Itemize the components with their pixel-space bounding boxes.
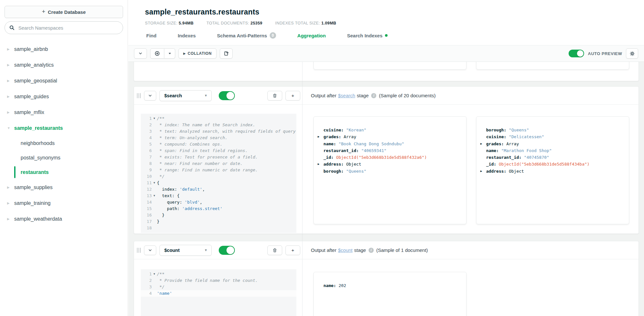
tab-indexes[interactable]: Indexes (178, 33, 196, 38)
field-key: _id: (486, 162, 499, 167)
code-text: * compound: Combines ops. (157, 141, 223, 148)
chevron-right-icon[interactable]: ▶ (7, 186, 14, 189)
tab-search-indexes[interactable]: Search Indexes (347, 33, 388, 38)
code-token: * term: Un-analyzed search. (157, 135, 227, 140)
code-text: } (157, 218, 159, 225)
fold-caret-icon[interactable]: ▼ (152, 193, 157, 199)
sidebar-item-sample_mflix[interactable]: ▶sample_mflix (0, 104, 128, 120)
export-pipeline-button[interactable] (220, 48, 233, 59)
expand-caret-icon[interactable]: ▶ (318, 161, 319, 168)
pipeline-settings-button[interactable] (626, 48, 638, 59)
code-token: 'blvd' (185, 200, 200, 205)
sidebar-item-sample_training[interactable]: ▶sample_training (0, 195, 128, 211)
field-value: "Book Chang Dong Sodndubu" (339, 141, 404, 146)
chevron-down-icon: ▼ (204, 248, 207, 252)
code-line: 14 query: 'blvd', (141, 199, 296, 206)
chevron-right-icon[interactable]: ▶ (7, 110, 14, 114)
sidebar-item-sample_restaurants[interactable]: ▼sample_restaurants (0, 120, 128, 136)
auto-preview-toggle[interactable] (569, 50, 584, 57)
add-stage-after-button[interactable]: + (285, 91, 300, 101)
save-pipeline-caret-button[interactable] (164, 48, 175, 59)
code-line: 16 } (141, 212, 296, 218)
code-line: 6 * span: Find in text field regions. (141, 148, 296, 154)
search-namespaces-input[interactable] (18, 25, 118, 31)
expand-caret-icon[interactable]: ▶ (480, 140, 482, 147)
stage-operator-select[interactable]: $search▼ (159, 90, 212, 101)
chevron-right-icon[interactable]: ▶ (7, 95, 14, 98)
toggle-knob (577, 50, 583, 57)
sidebar-item-sample_weatherdata[interactable]: ▶sample_weatherdata (0, 211, 128, 227)
stage-doc-link[interactable]: $search (338, 93, 355, 98)
collapse-stage-button[interactable] (144, 245, 156, 255)
add-stage-icon-button[interactable] (150, 48, 164, 59)
sidebar-item-sample_guides[interactable]: ▶sample_guides (0, 89, 128, 104)
chevron-right-icon[interactable]: ▶ (7, 201, 14, 205)
tab-find[interactable]: Find (146, 33, 157, 38)
fold-caret-icon[interactable]: ▼ (152, 180, 157, 186)
code-line: 8 * near: Find near number or date. (141, 160, 296, 167)
drag-handle-icon[interactable] (137, 248, 141, 253)
stage-output-pane: Output after$searchstagei(Sample of 20 d… (303, 87, 639, 234)
code-text: */ (157, 284, 164, 290)
sidebar-item-sample_airbnb[interactable]: ▶sample_airbnb (0, 41, 128, 57)
sidebar-item-restaurants[interactable]: restaurants (0, 165, 128, 179)
stage-code-editor[interactable]: 1▼/**2 * index: The name of the Search i… (141, 114, 296, 233)
collation-button[interactable]: ▶ COLLATION (178, 48, 216, 59)
add-stage-after-button[interactable]: + (285, 245, 300, 255)
sidebar-item-neighborhoods[interactable]: neighborhoods (0, 136, 128, 150)
field-value: "40659341" (361, 148, 386, 153)
code-token: * span: Find in text field regions. (157, 148, 248, 153)
sidebar: + Create Database ▶sample_airbnb▶sample_… (0, 0, 128, 316)
code-text: { (157, 180, 159, 186)
sidebar-item-sample_geospatial[interactable]: ▶sample_geospatial (0, 73, 128, 89)
field-value: Array (344, 134, 356, 139)
sidebar-item-postal_synonyms[interactable]: postal_synonyms (0, 150, 128, 165)
expand-caret-icon[interactable]: ▶ (318, 133, 319, 140)
document-field: ▶grades: Array (476, 140, 629, 147)
chevron-down-icon[interactable]: ▼ (7, 126, 14, 130)
chevron-right-icon[interactable]: ▶ (7, 63, 14, 67)
fold-caret-icon[interactable]: ▼ (152, 115, 157, 122)
chevron-right-icon[interactable]: ▶ (7, 217, 14, 221)
stage-enabled-toggle[interactable] (219, 91, 235, 100)
tab-schema-anti-patterns[interactable]: Schema Anti-Patterns0 (217, 32, 276, 39)
expand-caret-icon[interactable]: ▶ (480, 168, 482, 175)
code-token: */ (157, 174, 164, 179)
drag-handle-icon[interactable] (137, 93, 141, 98)
pipeline-toolbar: ▶ COLLATION AUTO PREVIEW (128, 45, 644, 62)
delete-stage-button[interactable] (267, 245, 282, 255)
collection-label: restaurants (21, 169, 49, 175)
info-icon[interactable]: i (371, 93, 376, 98)
sidebar-item-sample_analytics[interactable]: ▶sample_analytics (0, 57, 128, 73)
chevron-right-icon[interactable]: ▶ (7, 79, 14, 82)
document-field: borough: "Queens" (476, 127, 629, 133)
code-text: * Provide the field name for the count. (157, 277, 258, 284)
chevron-right-icon[interactable]: ▶ (7, 47, 14, 51)
stat-value: 1.09MB (321, 21, 336, 25)
collapse-stage-button[interactable] (144, 91, 156, 101)
stat-label: STORAGE SIZE: (145, 21, 178, 25)
field-key: address: (486, 169, 509, 174)
create-database-button[interactable]: + Create Database (5, 6, 123, 18)
output-documents: name: 202 (303, 259, 639, 316)
info-icon[interactable]: i (369, 248, 374, 253)
code-token: query: (157, 200, 185, 205)
stage-enabled-toggle[interactable] (219, 246, 235, 255)
fold-gutter (152, 284, 157, 290)
delete-stage-button[interactable] (267, 91, 282, 101)
stage-operator-name: $count (164, 248, 204, 253)
code-line: 4 * term: Un-analyzed search. (141, 135, 296, 141)
stage-output-pane: Output after$countstagei(Sample of 1 doc… (303, 241, 639, 316)
stage-editor-pane: $search▼+1▼/**2 * index: The name of the… (134, 87, 303, 234)
sidebar-item-sample_supplies[interactable]: ▶sample_supplies (0, 179, 128, 195)
stage-operator-select[interactable]: $count▼ (159, 245, 212, 256)
tab-aggregation[interactable]: Aggregation (297, 33, 326, 38)
pipeline-options-button[interactable] (134, 48, 147, 59)
stage-doc-link[interactable]: $count (338, 247, 352, 253)
stage-output-pane (303, 62, 639, 81)
namespace-search[interactable] (5, 21, 123, 34)
fold-caret-icon[interactable]: ▼ (152, 271, 157, 277)
stage-code-editor[interactable]: 1▼/**2 * Provide the field name for the … (141, 269, 296, 316)
code-line: 17} (141, 218, 296, 225)
line-number: 3 (141, 128, 152, 135)
